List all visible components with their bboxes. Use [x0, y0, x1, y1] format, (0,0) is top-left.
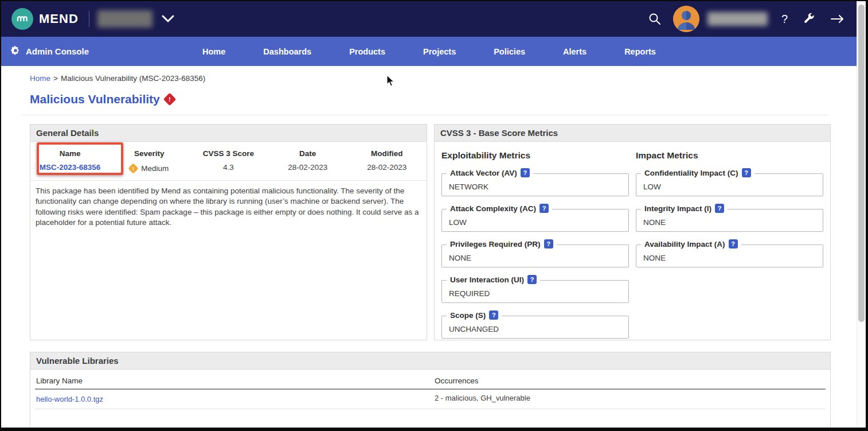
- cvss-score-value: 4.3: [189, 163, 268, 172]
- help-question-icon[interactable]: ?: [489, 310, 498, 320]
- gd-severity-column: Severity ! Medium: [110, 149, 189, 173]
- vulnerable-libraries-header: Vulnerable Libraries: [30, 352, 830, 370]
- severity-medium-icon: !: [128, 163, 139, 173]
- brand-name: MEND: [39, 11, 79, 26]
- main-nav-bar: Admin Console Home Dashboards Products P…: [1, 37, 857, 66]
- metric-confidentiality-impact: Confidentiality Impact (C) ? LOW: [636, 173, 823, 196]
- vulnerable-libraries-table: Library Name Occurrences hello-world-1.0…: [30, 370, 830, 409]
- gd-modified-header: Modified: [347, 149, 427, 158]
- nav-item-products[interactable]: Products: [349, 47, 385, 56]
- topbar-divider: [89, 11, 89, 27]
- top-bar: MEND ?: [1, 1, 857, 37]
- table-row: hello-world-1.0.0.tgz 2 - malicious, GH_…: [35, 390, 826, 409]
- nav-items: Home Dashboards Products Projects Polici…: [202, 47, 656, 56]
- malicious-severity-icon: !: [163, 93, 176, 106]
- vertical-scrollbar-track[interactable]: [857, 1, 866, 429]
- metric-attack-complexity: Attack Complexity (AC) ? LOW: [441, 209, 629, 232]
- user-avatar[interactable]: [673, 6, 699, 32]
- exploitability-metrics-column: Exploitability Metrics Attack Vector (AV…: [441, 142, 629, 339]
- help-question-icon[interactable]: ?: [527, 275, 537, 284]
- severity-value: Medium: [141, 164, 169, 173]
- title-row: Malicious Vulnerability !: [30, 92, 857, 106]
- metric-label: Availability Impact (A): [644, 240, 725, 248]
- username-redacted: [707, 12, 768, 26]
- vulnerability-name-link[interactable]: MSC-2023-68356: [40, 163, 101, 172]
- settings-wrench-icon[interactable]: [803, 13, 815, 25]
- metric-label: Attack Vector (AV): [450, 169, 517, 177]
- gd-name-column: Name MSC-2023-68356: [30, 149, 110, 173]
- breadcrumb-separator: >: [53, 74, 58, 83]
- metric-attack-vector: Attack Vector (AV) ? NETWORK: [441, 173, 629, 196]
- occurrences-value: 2 - malicious, GH_vulnerable: [435, 394, 826, 404]
- cvss-metrics-panel: CVSS 3 - Base Score Metrics Exploitabili…: [434, 124, 831, 340]
- search-icon[interactable]: [648, 12, 662, 26]
- exploitability-metrics-title: Exploitability Metrics: [441, 150, 629, 161]
- general-details-panel: General Details Name MSC-2023-68356 Seve…: [30, 124, 427, 340]
- gd-name-header: Name: [30, 149, 110, 158]
- breadcrumb-current: Malicious Vulnerability (MSC-2023-68356): [61, 74, 205, 83]
- help-question-icon[interactable]: ?: [715, 204, 724, 213]
- gd-modified-column: Modified 28-02-2023: [347, 149, 427, 173]
- impact-metrics-column: Impact Metrics Confidentiality Impact (C…: [636, 142, 823, 339]
- help-question-icon[interactable]: ?: [539, 204, 549, 213]
- metric-label: User Interaction (UI): [450, 275, 524, 284]
- metric-integrity-impact: Integrity Impact (I) ? NONE: [636, 209, 823, 232]
- logout-arrow-icon[interactable]: [830, 14, 845, 24]
- mend-logo-icon: [11, 8, 33, 30]
- cvss-panel-header: CVSS 3 - Base Score Metrics: [435, 125, 830, 142]
- library-name-column-header: Library Name: [35, 376, 435, 385]
- gd-date-column: Date 28-02-2023: [268, 149, 347, 173]
- vulnerable-libraries-panel: Vulnerable Libraries Library Name Occurr…: [30, 352, 831, 431]
- metric-availability-impact: Availability Impact (A) ? NONE: [636, 244, 823, 267]
- date-value: 28-02-2023: [268, 163, 347, 172]
- impact-metrics-title: Impact Metrics: [636, 150, 823, 161]
- breadcrumb: Home>Malicious Vulnerability (MSC-2023-6…: [30, 74, 857, 83]
- occurrences-column-header: Occurrences: [435, 376, 826, 385]
- nav-item-policies[interactable]: Policies: [494, 47, 525, 56]
- nav-item-projects[interactable]: Projects: [423, 47, 456, 56]
- general-details-table: Name MSC-2023-68356 Severity ! Medium: [30, 149, 427, 173]
- help-icon[interactable]: ?: [781, 13, 788, 26]
- gd-date-header: Date: [268, 149, 347, 158]
- nav-item-reports[interactable]: Reports: [624, 47, 656, 56]
- gd-cvss-column: CVSS 3 Score 4.3: [189, 149, 268, 173]
- organization-name-redacted: [97, 10, 153, 28]
- metric-privileges-required: Privileges Required (PR) ? NONE: [441, 244, 629, 267]
- gd-cvss-header: CVSS 3 Score: [189, 149, 268, 158]
- admin-console-label: Admin Console: [26, 46, 89, 56]
- page: MEND ?: [1, 1, 857, 428]
- help-question-icon[interactable]: ?: [742, 168, 751, 177]
- help-question-icon[interactable]: ?: [544, 239, 553, 248]
- help-question-icon[interactable]: ?: [521, 168, 530, 177]
- admin-console-button[interactable]: Admin Console: [10, 45, 89, 57]
- metric-label: Attack Complexity (AC): [450, 204, 536, 213]
- title-divider: [22, 115, 828, 115]
- breadcrumb-home-link[interactable]: Home: [30, 74, 50, 83]
- nav-item-home[interactable]: Home: [202, 47, 225, 56]
- metric-scope: Scope (S) ? UNCHANGED: [441, 316, 629, 339]
- org-switcher-chevron-down-icon[interactable]: [162, 15, 174, 23]
- modified-value: 28-02-2023: [347, 163, 427, 172]
- metric-label: Confidentiality Impact (C): [644, 169, 738, 177]
- nav-item-dashboards[interactable]: Dashboards: [263, 47, 311, 56]
- help-question-icon[interactable]: ?: [729, 239, 738, 248]
- gear-icon: [10, 45, 21, 57]
- general-details-header: General Details: [30, 125, 427, 142]
- nav-item-alerts[interactable]: Alerts: [563, 47, 587, 56]
- page-title: Malicious Vulnerability: [30, 92, 160, 106]
- library-name-link[interactable]: hello-world-1.0.0.tgz: [36, 395, 103, 403]
- vulnerability-description: This package has been identified by Mend…: [30, 181, 427, 228]
- gd-severity-header: Severity: [110, 149, 189, 158]
- vertical-scrollbar-thumb[interactable]: [858, 5, 865, 322]
- metric-user-interaction: User Interaction (UI) ? REQUIRED: [441, 280, 629, 303]
- metric-label: Scope (S): [450, 311, 486, 320]
- metric-label: Privileges Required (PR): [450, 240, 541, 248]
- metric-label: Integrity Impact (I): [644, 204, 711, 213]
